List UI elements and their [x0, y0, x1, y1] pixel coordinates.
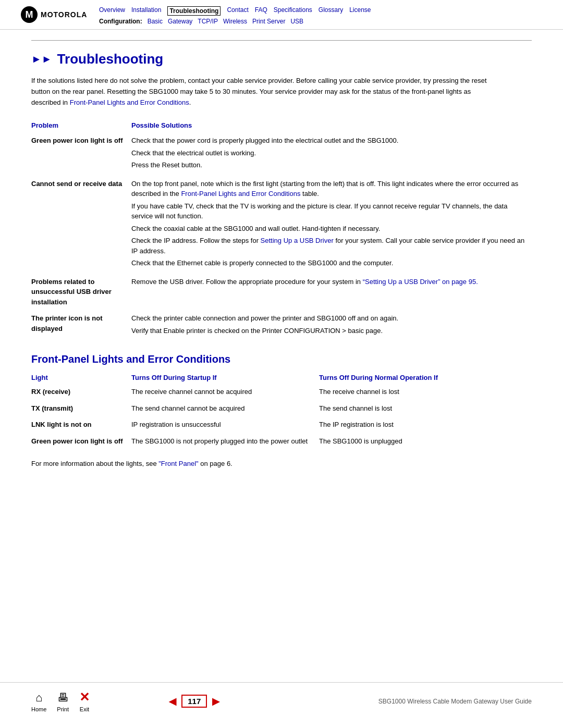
logo-area: M MOTOROLA [21, 6, 89, 23]
bottom-nav: ⌂ Home 🖶 Print ✕ Exit ◀ 117 ▶ SBG1000 Wi… [0, 682, 563, 712]
solution-cell: Remove the USB driver. Follow the approp… [131, 274, 532, 311]
front-panel-heading: Front-Panel Lights and Error Conditions [31, 353, 532, 365]
problem-label: Green power icon light is off [31, 137, 123, 144]
intro-end: . [189, 98, 191, 106]
solution-para: Remove the USB driver. Follow the approp… [131, 277, 527, 287]
nav-installation[interactable]: Installation [131, 6, 161, 16]
solution-col-header: Possible Solutions [131, 118, 532, 132]
startup-cell: The receive channel cannot be acquired [131, 384, 319, 400]
home-icon: ⌂ [35, 691, 42, 705]
problem-col-header: Problem [31, 118, 131, 132]
usb-driver-link2[interactable]: “Setting Up a USB Driver” on page 95. [363, 278, 478, 286]
light-col-header: Light [31, 372, 131, 384]
page-title-area: ►► Troubleshooting [31, 51, 532, 67]
exit-label: Exit [80, 706, 89, 712]
home-button[interactable]: ⌂ Home [31, 691, 46, 712]
bottom-icons: ⌂ Home 🖶 Print ✕ Exit [31, 690, 90, 712]
nav-gateway[interactable]: Gateway [168, 18, 192, 25]
problem-label: Cannot send or receive data [31, 180, 122, 188]
solution-para: If you have cable TV, check that the TV … [131, 201, 527, 221]
solution-para: Check the IP address. Follow the steps f… [131, 236, 527, 256]
nav-tcpip[interactable]: TCP/IP [198, 18, 218, 25]
solution-para: Check that the Ethernet cable is properl… [131, 258, 527, 268]
problem-table: Problem Possible Solutions Green power i… [31, 118, 532, 341]
startup-col-header: Turns Off During Startup If [131, 372, 319, 384]
page-number: 117 [181, 695, 207, 708]
print-icon: 🖶 [57, 691, 69, 705]
problem-cell: Cannot send or receive data [31, 176, 131, 274]
nav-troubleshooting[interactable]: Troubleshooting [167, 6, 221, 16]
intro-paragraph: If the solutions listed here do not solv… [31, 76, 500, 108]
nav-print-server[interactable]: Print Server [252, 18, 285, 25]
solution-cell: On the top front panel, note which is th… [131, 176, 532, 274]
startup-cell: The SBG1000 is not properly plugged into… [131, 433, 319, 450]
logo-text: MOTOROLA [41, 10, 87, 19]
solution-para: Check the coaxial cable at the SBG1000 a… [131, 224, 527, 234]
nav-bottom: Configuration: Basic Gateway TCP/IP Wire… [99, 18, 542, 25]
nav-basic[interactable]: Basic [148, 18, 163, 25]
prev-page-button[interactable]: ◀ [169, 696, 176, 707]
header-divider [31, 40, 532, 41]
normal-cell: The SBG1000 is unplugged [319, 433, 532, 450]
page-nav: ◀ 117 ▶ [169, 695, 219, 708]
normal-cell: The IP registration is lost [319, 416, 532, 433]
header: M MOTOROLA Overview Installation Trouble… [0, 0, 563, 30]
problem-label: Problems related to unsuccessful USB dri… [31, 278, 112, 306]
exit-button[interactable]: ✕ Exit [79, 690, 90, 712]
print-button[interactable]: 🖶 Print [57, 691, 69, 712]
nav-usb[interactable]: USB [290, 18, 303, 25]
nav-contact[interactable]: Contact [227, 6, 248, 16]
nav-config-label: Configuration: [99, 18, 142, 25]
solution-para: Press the Reset button. [131, 160, 527, 170]
guide-title: SBG1000 Wireless Cable Modem Gateway Use… [378, 698, 532, 705]
startup-cell: The send channel cannot be acquired [131, 400, 319, 417]
footer-note: For more information about the lights, s… [31, 460, 532, 467]
page-title: Troubleshooting [57, 51, 164, 67]
problem-cell: Green power icon light is off [31, 132, 131, 176]
exit-icon: ✕ [79, 690, 90, 705]
nav-faq[interactable]: FAQ [255, 6, 267, 16]
solution-cell: Check the printer cable connection and p… [131, 310, 532, 341]
nav-license[interactable]: License [349, 6, 371, 16]
light-cell: RX (receive) [31, 384, 131, 400]
main-content: ►► Troubleshooting If the solutions list… [0, 30, 563, 509]
normal-cell: The send channel is lost [319, 400, 532, 417]
solution-cell: Check that the power cord is properly pl… [131, 132, 532, 176]
light-table: Light Turns Off During Startup If Turns … [31, 372, 532, 449]
home-label: Home [31, 706, 46, 712]
usb-driver-link[interactable]: Setting Up a USB Driver [261, 237, 334, 244]
motorola-logo-icon: M [21, 6, 38, 23]
nav-overview[interactable]: Overview [99, 6, 125, 16]
normal-col-header: Turns Off During Normal Operation If [319, 372, 532, 384]
light-cell: TX (transmit) [31, 400, 131, 417]
intro-link[interactable]: Front-Panel Lights and Error Conditions [70, 98, 189, 106]
light-cell: LNK light is not on [31, 416, 131, 433]
light-cell: Green power icon light is off [31, 433, 131, 450]
print-label: Print [57, 706, 69, 712]
solution-para: Verify that Enable printer is checked on… [131, 326, 527, 336]
problem-label: The printer icon is not displayed [31, 314, 103, 332]
nav-glossary[interactable]: Glossary [319, 6, 343, 16]
solution-para: Check that the power cord is properly pl… [131, 135, 527, 146]
nav-area: Overview Installation Troubleshooting Co… [99, 6, 542, 25]
startup-cell: IP registration is unsuccessful [131, 416, 319, 433]
front-panel-link[interactable]: "Front Panel" [158, 460, 198, 467]
problem-cell: Problems related to unsuccessful USB dri… [31, 274, 131, 311]
solution-para: On the top front panel, note which is th… [131, 179, 527, 199]
problem-cell: The printer icon is not displayed [31, 310, 131, 341]
solution-para: Check the printer cable connection and p… [131, 313, 527, 324]
nav-wireless[interactable]: Wireless [223, 18, 247, 25]
normal-cell: The receive channel is lost [319, 384, 532, 400]
nav-specifications[interactable]: Specifications [274, 6, 312, 16]
front-panel-error-link[interactable]: Front-Panel Lights and Error Conditions [181, 190, 300, 198]
solution-para: Check that the electrical outlet is work… [131, 148, 527, 158]
next-page-button[interactable]: ▶ [212, 696, 219, 707]
title-bullets-icon: ►► [31, 53, 52, 65]
nav-top: Overview Installation Troubleshooting Co… [99, 6, 542, 16]
